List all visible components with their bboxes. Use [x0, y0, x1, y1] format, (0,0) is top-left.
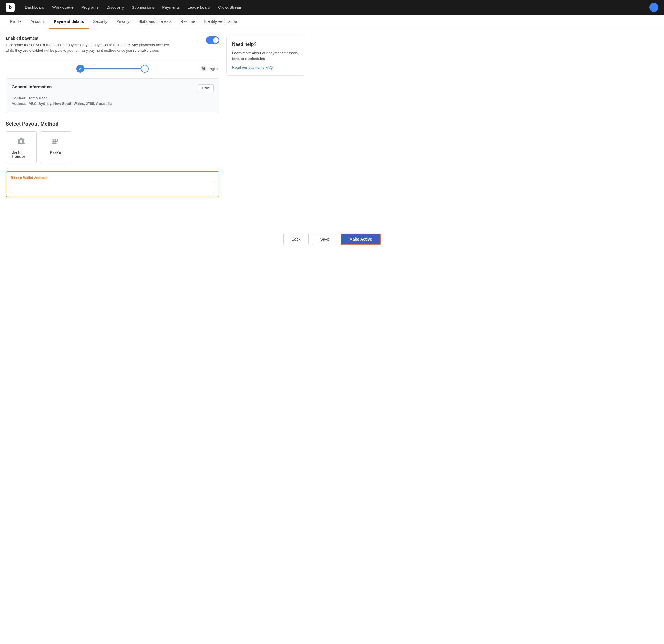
- language-label: English: [207, 67, 220, 71]
- bottom-actions: Back Save Make Active: [0, 227, 664, 252]
- tab-payment-details[interactable]: Payment details: [49, 15, 88, 29]
- language-selector[interactable]: AI English: [201, 66, 220, 71]
- stepper: [6, 65, 220, 73]
- tab-resume[interactable]: Resume: [176, 15, 200, 29]
- help-description: Learn more about our payment methods, fe…: [232, 50, 299, 61]
- payout-methods: Bank Transfer P P PayPal: [6, 131, 220, 164]
- step-2-empty: [141, 65, 149, 73]
- svg-rect-4: [23, 140, 24, 143]
- stepper-wrapper: AI English: [6, 65, 220, 73]
- contact-field: Contact: Demo User: [12, 96, 213, 100]
- select-payout-section: Select Payout Method: [6, 121, 220, 164]
- nav-discovery[interactable]: Discovery: [103, 3, 127, 11]
- nav-workqueue[interactable]: Work queue: [49, 3, 77, 11]
- enabled-payment-title: Enabled payment: [6, 36, 170, 40]
- logo[interactable]: b: [6, 3, 15, 12]
- nav-crowdstream[interactable]: CrowdStream: [215, 3, 246, 11]
- tab-privacy[interactable]: Privacy: [112, 15, 134, 29]
- svg-rect-0: [18, 140, 19, 143]
- nav-leaderboard[interactable]: Leaderboard: [184, 3, 213, 11]
- svg-text:P: P: [54, 137, 58, 145]
- svg-rect-2: [21, 140, 21, 143]
- address-value: ABC, Sydney, New South Wales, 2795, Aust…: [28, 102, 112, 106]
- edit-button[interactable]: Edit: [198, 84, 213, 92]
- paypal-label: PayPal: [50, 150, 61, 154]
- user-avatar[interactable]: [649, 3, 658, 12]
- general-info-title: General Information: [12, 84, 52, 89]
- svg-rect-1: [19, 140, 20, 143]
- save-button[interactable]: Save: [312, 234, 337, 245]
- payout-paypal[interactable]: P P PayPal: [40, 131, 71, 164]
- address-field: Address: ABC, Sydney, New South Wales, 2…: [12, 102, 213, 106]
- nav-programs[interactable]: Programs: [78, 3, 102, 11]
- bitcoin-field-wrapper: Bitcoin Wallet Address: [6, 171, 220, 197]
- toggle-knob: [213, 37, 219, 43]
- enabled-payment-section: Enabled payment If for some reason you'd…: [6, 36, 220, 53]
- top-navigation: b Dashboard Work queue Programs Discover…: [0, 0, 664, 15]
- tab-security[interactable]: Security: [88, 15, 112, 29]
- contact-label: Contact:: [12, 96, 26, 100]
- bitcoin-label: Bitcoin Wallet Address: [11, 176, 214, 180]
- lang-icon: AI: [201, 66, 206, 71]
- tab-account[interactable]: Account: [26, 15, 49, 29]
- svg-marker-6: [18, 137, 25, 140]
- help-title: Need help?: [232, 42, 299, 47]
- step-1-filled: [76, 65, 84, 73]
- payout-bank-transfer[interactable]: Bank Transfer: [6, 131, 37, 164]
- tab-skills-interests[interactable]: Skills and interests: [134, 15, 176, 29]
- contact-value: Demo User: [27, 96, 47, 100]
- step-line: [84, 68, 141, 69]
- paypal-icon: P P: [51, 136, 60, 147]
- bitcoin-input[interactable]: [11, 182, 214, 193]
- nav-payments[interactable]: Payments: [159, 3, 183, 11]
- nav-links: Dashboard Work queue Programs Discovery …: [21, 3, 649, 11]
- svg-rect-3: [22, 140, 23, 143]
- make-active-button[interactable]: Make Active: [341, 234, 380, 245]
- tab-profile[interactable]: Profile: [6, 15, 26, 29]
- main-content: Enabled payment If for some reason you'd…: [0, 29, 311, 210]
- payment-toggle[interactable]: [206, 37, 220, 44]
- tab-identity-verification[interactable]: Identity verification: [200, 15, 242, 29]
- right-panel: Need help? Learn more about our payment …: [226, 36, 306, 203]
- nav-dashboard[interactable]: Dashboard: [21, 3, 48, 11]
- nav-submissions[interactable]: Submissions: [128, 3, 158, 11]
- sub-navigation: Profile Account Payment details Security…: [0, 15, 664, 29]
- enabled-payment-description: If for some reason you'd like to pause p…: [6, 42, 170, 53]
- back-button[interactable]: Back: [283, 234, 309, 245]
- bank-transfer-label: Bank Transfer: [12, 150, 31, 158]
- address-label: Address:: [12, 102, 27, 106]
- bank-icon: [17, 136, 26, 147]
- svg-rect-5: [18, 143, 25, 144]
- help-card: Need help? Learn more about our payment …: [226, 36, 306, 76]
- left-panel: Enabled payment If for some reason you'd…: [6, 36, 220, 203]
- select-payout-title: Select Payout Method: [6, 121, 220, 127]
- help-faq-link[interactable]: Read our payments FAQ: [232, 65, 273, 69]
- general-info-card: General Information Edit Contact: Demo U…: [6, 78, 220, 113]
- divider: [6, 60, 220, 60]
